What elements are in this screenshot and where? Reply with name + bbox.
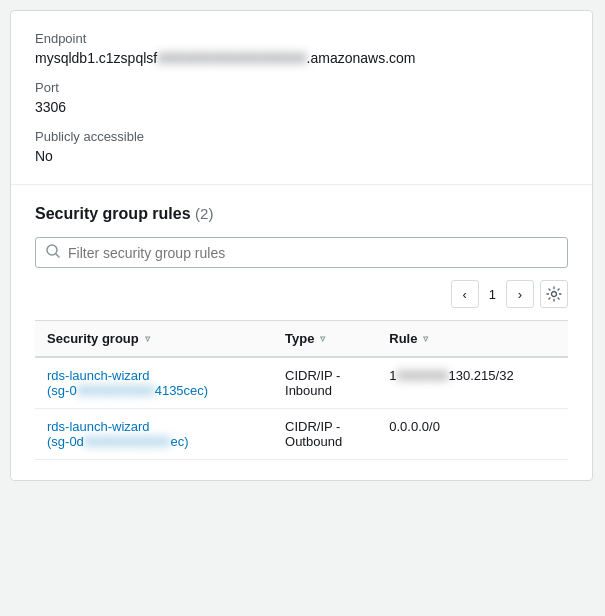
sg-id-link-2[interactable]: (sg-0dXXXXXXXXXXec): [47, 434, 189, 449]
rule-cell-2: 0.0.0.0/0: [377, 409, 568, 460]
endpoint-prefix: mysqldb1.c1zspqlsf: [35, 50, 157, 66]
endpoint-blurred: XXXXXXXXXXXXXXXX: [157, 50, 306, 66]
search-icon: [46, 244, 60, 261]
public-value: No: [35, 148, 568, 164]
endpoint-label: Endpoint: [35, 31, 568, 46]
rule-blurred-1: XXXXXX: [397, 368, 449, 383]
connection-section: Endpoint mysqldb1.c1zspqlsfXXXXXXXXXXXXX…: [11, 11, 592, 185]
search-bar[interactable]: [35, 237, 568, 268]
main-card: Endpoint mysqldb1.c1zspqlsfXXXXXXXXXXXXX…: [10, 10, 593, 481]
svg-point-2: [552, 292, 557, 297]
sg-cell-2: rds-launch-wizard (sg-0dXXXXXXXXXXec): [35, 409, 273, 460]
port-value: 3306: [35, 99, 568, 115]
sg-id-link-1[interactable]: (sg-0XXXXXXXXX4135cec): [47, 383, 208, 398]
col-type: Type ▿: [273, 321, 377, 358]
sg-id-blurred-2: XXXXXXXXXX: [84, 434, 171, 449]
pagination-row: ‹ 1 ›: [35, 280, 568, 312]
sg-link-2[interactable]: rds-launch-wizard: [47, 419, 150, 434]
sort-icon-type[interactable]: ▿: [320, 333, 325, 344]
port-label: Port: [35, 80, 568, 95]
svg-line-1: [56, 254, 59, 257]
page-number: 1: [485, 287, 500, 302]
section-title: Security group rules (2): [35, 205, 568, 223]
sg-id-blurred-1: XXXXXXXXX: [77, 383, 155, 398]
sort-icon-sg[interactable]: ▿: [145, 333, 150, 344]
type-cell-1: CIDR/IP - Inbound: [273, 357, 377, 409]
rules-count-badge: (2): [195, 205, 213, 222]
rule-cell-1: 1XXXXXX130.215/32: [377, 357, 568, 409]
sort-icon-rule[interactable]: ▿: [423, 333, 428, 344]
next-page-button[interactable]: ›: [506, 280, 534, 308]
col-rule: Rule ▿: [377, 321, 568, 358]
security-group-table: Security group ▿ Type ▿ Rule ▿: [35, 320, 568, 460]
col-security-group: Security group ▿: [35, 321, 273, 358]
sg-link-1[interactable]: rds-launch-wizard: [47, 368, 150, 383]
table-row: rds-launch-wizard (sg-0dXXXXXXXXXXec) CI…: [35, 409, 568, 460]
table-row: rds-launch-wizard (sg-0XXXXXXXXX4135cec)…: [35, 357, 568, 409]
sg-cell-1: rds-launch-wizard (sg-0XXXXXXXXX4135cec): [35, 357, 273, 409]
settings-button[interactable]: [540, 280, 568, 308]
endpoint-value: mysqldb1.c1zspqlsfXXXXXXXXXXXXXXXX.amazo…: [35, 50, 568, 66]
prev-page-button[interactable]: ‹: [451, 280, 479, 308]
security-group-section: Security group rules (2) ‹ 1 ›: [11, 185, 592, 480]
search-input[interactable]: [68, 245, 557, 261]
type-cell-2: CIDR/IP - Outbound: [273, 409, 377, 460]
endpoint-suffix: .amazonaws.com: [307, 50, 416, 66]
public-label: Publicly accessible: [35, 129, 568, 144]
